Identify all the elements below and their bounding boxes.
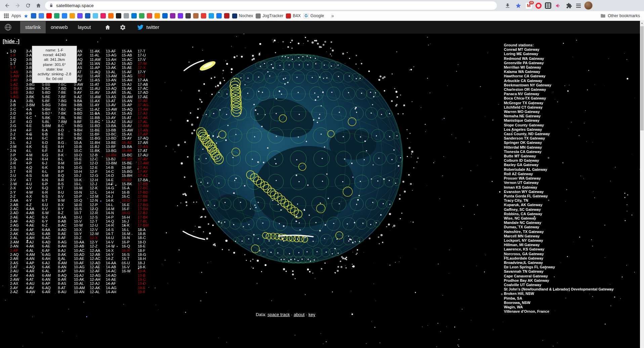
satellite-id[interactable]: 4-L [26,149,42,153]
satellite-id[interactable]: 10-C [74,149,90,153]
satellite-id[interactable]: 11-AW [90,95,106,99]
satellite-id[interactable]: 15-AQ [122,107,138,111]
satellite-id[interactable]: 13-BF [106,145,122,149]
profile-avatar[interactable] [584,1,593,10]
satellite-id[interactable]: 16-J [122,219,138,223]
satellite-id[interactable]: 10-AE [74,257,90,261]
satellite-id[interactable]: 2-AY [10,286,26,290]
satellite-id[interactable]: 8-N [58,165,74,169]
ground-station-item[interactable]: Lockport, NY Gateway [504,238,638,243]
satellite-id[interactable]: 16-B [122,190,138,194]
bookmark-favicon[interactable] [70,13,75,18]
satellite-id[interactable]: 14-W [106,244,122,248]
ground-station-item[interactable]: Hamshire, TX Gateway [504,230,638,234]
satellite-id[interactable]: 11-AM [90,57,106,62]
ground-station-item[interactable]: Beekmantown NY Gateway [504,83,638,87]
satellite-id[interactable]: 14-J [106,194,122,198]
satellite-id[interactable]: 6-AL [42,269,58,273]
satellite-id[interactable]: 10-AN [74,290,90,294]
satellite-id[interactable]: 13-BB [106,128,122,132]
satellite-id[interactable]: 19-C [138,277,154,281]
satellite-id[interactable]: 2-AQ [10,253,26,257]
satellite-id[interactable]: 17-AS [138,145,154,149]
satellite-id[interactable]: 5-BC [42,86,58,90]
satellite-id[interactable]: 17-AM [138,124,154,128]
satellite-id[interactable]: 8-D [58,128,74,132]
satellite-id[interactable]: 6-F [42,149,58,153]
ground-station-item[interactable]: Butte MT Gateway [504,154,638,158]
satellite-id[interactable]: 14-AA [106,261,122,265]
satellite-id[interactable]: 13-BA [106,124,122,128]
satellite-id[interactable]: 8-F [58,136,74,140]
satellite-id[interactable]: 14-AG [106,286,122,290]
satellite-id[interactable]: 9-AY [74,90,90,94]
nav-home-icon[interactable] [104,24,111,31]
satellite-id[interactable]: 12-AK [90,286,106,290]
satellite-id[interactable]: 16-Q [122,244,138,248]
satellite-id[interactable]: 14-U [106,236,122,240]
satellite-id[interactable]: 6-E [42,145,58,149]
satellite-id[interactable]: 8-E [58,132,74,136]
reload-icon[interactable] [24,2,32,9]
satellite-id[interactable]: 4-AJ [26,240,42,244]
satellite-id[interactable]: 2-X [10,186,26,190]
satellite-id[interactable]: 5-BM [42,124,58,128]
satellite-id[interactable]: 8-Q [58,173,74,178]
satellite-id[interactable]: 17-AE [138,95,154,99]
satellite-id[interactable]: 18-E [138,244,154,248]
ground-station-item[interactable]: Merrillan WI Gateway [504,65,638,70]
satellite-id[interactable]: 2-AD [10,211,26,215]
satellite-id[interactable]: 4-M [26,153,42,157]
satellite-id[interactable]: 16-K [122,223,138,227]
satellite-id[interactable]: 11-AT [90,82,106,86]
satellite-id[interactable]: 13-AT [106,99,122,103]
satellite-id[interactable]: 6-H [42,157,58,161]
satellite-id[interactable]: 2-AV [10,273,26,277]
satellite-id[interactable]: 4-AR [26,269,42,273]
satellite-id[interactable]: 6-AD [42,240,58,244]
satellite-id[interactable]: 4-T [26,178,42,182]
satellite-id[interactable]: 15-AE [122,66,138,70]
ground-station-item[interactable]: Cape Canaveral Gateway [504,274,638,278]
satellite-id[interactable]: 2-D [10,111,26,115]
satellite-id[interactable]: 12-J [90,182,106,186]
satellite-id[interactable]: 5-BK [42,116,58,120]
satellite-id[interactable]: 6-X [42,215,58,219]
ground-station-item[interactable]: Punta Gorda FL Gateway [504,194,638,198]
satellite-id[interactable]: 17-AU [138,153,154,157]
satellite-id[interactable]: 10-S [74,207,90,211]
satellite-id[interactable]: 15-AS [122,111,138,115]
bookmark-favicon[interactable] [170,13,175,18]
satellite-id[interactable]: 17-W [138,62,154,66]
satellite-id[interactable]: 1-AW [10,74,26,78]
satellite-id[interactable]: 4-H [26,136,42,140]
satellite-id[interactable]: 12-Y [90,240,106,244]
ground-station-item[interactable]: Los Angeles Gateway [504,127,638,132]
satellite-id[interactable]: 13-AX [106,111,122,115]
satellite-id[interactable]: 7-BK [58,111,74,115]
satellite-id[interactable]: 8-R [58,178,74,182]
satellite-id[interactable]: 18-D [138,240,154,244]
satellite-id[interactable]: 14-H [106,190,122,194]
satellite-id[interactable]: 12-S [90,215,106,219]
satellite-id[interactable]: 11-BJ [90,145,106,149]
satellite-id[interactable]: 12-T [90,219,106,223]
satellite-id[interactable]: 10-W [74,223,90,227]
satellite-id[interactable]: 2-AB [10,203,26,207]
satellite-id[interactable]: 6-AA [42,228,58,232]
satellite-id[interactable]: 16-F [122,207,138,211]
satellite-id[interactable]: 15-AM [122,95,138,99]
ground-station-item[interactable]: St John's (Newfoundland & Labrador) Deve… [504,287,638,292]
ground-station-item[interactable]: Hillman, MI Gateway [504,243,638,247]
satellite-id[interactable]: 17-BE [138,194,154,198]
bookmark-favicon[interactable] [216,13,222,18]
gmail-icon[interactable]: M25 [525,2,532,9]
ground-station-item[interactable]: De Leon Springs FL Gateway [504,265,638,269]
satellite-id[interactable]: 5-BH [42,107,58,111]
satellite-id[interactable]: 15-BA [122,145,138,149]
satellite-id[interactable]: 9-AZ [74,95,90,99]
ground-station-item[interactable]: Redmond WA Gateway [504,56,638,61]
satellite-id[interactable]: 10-AG [74,265,90,269]
satellite-id[interactable]: 17-BF [138,198,154,202]
bookmark-b4x[interactable]: B4X [286,13,301,18]
